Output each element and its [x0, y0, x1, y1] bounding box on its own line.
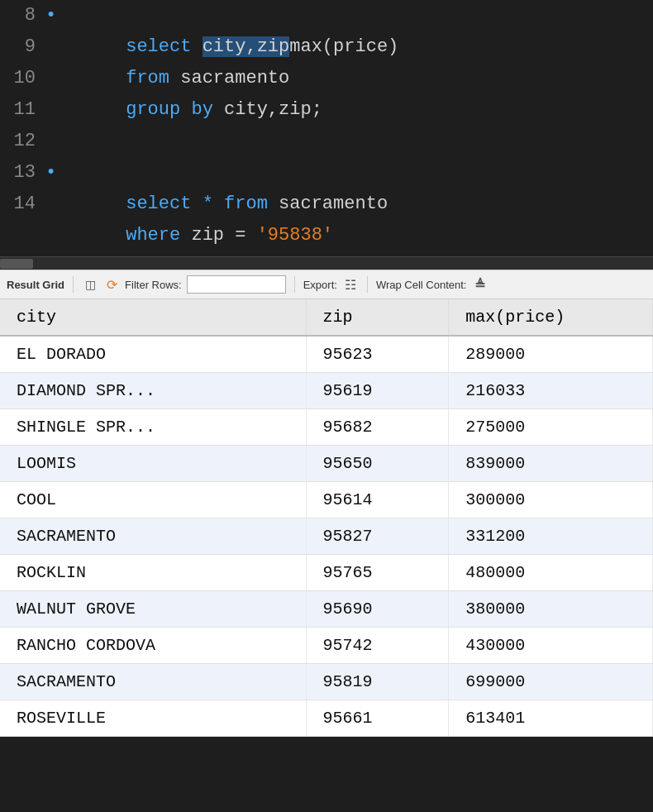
- code-line-11: 11: [0, 94, 653, 126]
- cell-6-0: ROCKLIN: [0, 555, 306, 591]
- grid-icon[interactable]: ◫: [82, 276, 98, 293]
- cell-9-1: 95819: [306, 664, 449, 700]
- export-icon[interactable]: ☷: [342, 276, 359, 293]
- cell-1-1: 95619: [306, 373, 449, 409]
- line-content-11: [60, 94, 653, 126]
- table-row: SACRAMENTO95819699000: [0, 664, 653, 700]
- line-dot-9: [45, 31, 60, 63]
- line-dot-12: [45, 126, 60, 157]
- header-maxprice: max(price): [449, 299, 653, 336]
- code-line-9: 9 from sacramento: [0, 31, 653, 63]
- cell-9-2: 699000: [449, 664, 653, 700]
- line-content-14: where zip = '95838': [60, 189, 653, 256]
- result-toolbar: Result Grid ◫ ⟳ Filter Rows: Export: ☷ W…: [0, 270, 653, 299]
- line-dot-10: [45, 63, 60, 94]
- scrollbar-thumb[interactable]: [0, 259, 33, 269]
- result-table: city zip max(price) EL DORADO95623289000…: [0, 299, 653, 737]
- cell-2-2: 275000: [449, 409, 653, 446]
- line-number-14: 14: [0, 189, 45, 220]
- cell-10-2: 613401: [449, 700, 653, 737]
- line-number-11: 11: [0, 94, 45, 126]
- line-number-12: 12: [0, 126, 45, 157]
- cell-7-0: WALNUT GROVE: [0, 591, 306, 628]
- cell-5-0: SACRAMENTO: [0, 518, 306, 555]
- cell-4-1: 95614: [306, 482, 449, 518]
- cell-3-0: LOOMIS: [0, 446, 306, 482]
- line-dot-8: •: [45, 0, 60, 31]
- line-dot-11: [45, 94, 60, 126]
- cell-4-0: COOL: [0, 482, 306, 518]
- keyword-where: where: [126, 225, 180, 246]
- line-number-10: 10: [0, 63, 45, 94]
- result-grid-container: city zip max(price) EL DORADO95623289000…: [0, 299, 653, 737]
- toolbar-divider-2: [294, 276, 295, 293]
- cell-0-1: 95623: [306, 336, 449, 373]
- cell-1-0: DIAMOND SPR...: [0, 373, 306, 409]
- cell-8-2: 430000: [449, 628, 653, 664]
- table-row: COOL95614300000: [0, 482, 653, 518]
- table-row: EL DORADO95623289000: [0, 336, 653, 373]
- cell-1-2: 216033: [449, 373, 653, 409]
- code-line-10: 10 group by city,zip;: [0, 63, 653, 94]
- header-city: city: [0, 299, 306, 336]
- refresh-icon[interactable]: ⟳: [103, 276, 120, 293]
- cell-5-2: 331200: [449, 518, 653, 555]
- cell-0-0: EL DORADO: [0, 336, 306, 373]
- cell-7-2: 380000: [449, 591, 653, 628]
- line-dot-13: •: [45, 157, 60, 189]
- code-line-14: 14 where zip = '95838': [0, 189, 653, 220]
- table-row: DIAMOND SPR...95619216033: [0, 373, 653, 409]
- cell-9-0: SACRAMENTO: [0, 664, 306, 700]
- code-line-8: 8 • select city,zipmax(price): [0, 0, 653, 31]
- line-number-13: 13: [0, 157, 45, 189]
- table-row: SHINGLE SPR...95682275000: [0, 409, 653, 446]
- table-row: ROCKLIN95765480000: [0, 555, 653, 591]
- horizontal-scrollbar[interactable]: [0, 256, 653, 270]
- cell-2-0: SHINGLE SPR...: [0, 409, 306, 446]
- cell-8-0: RANCHO CORDOVA: [0, 628, 306, 664]
- cell-6-1: 95765: [306, 555, 449, 591]
- wrap-label: Wrap Cell Content:: [376, 279, 467, 291]
- cell-5-1: 95827: [306, 518, 449, 555]
- code-text: zip =: [180, 225, 256, 246]
- cell-2-1: 95682: [306, 409, 449, 446]
- table-row: LOOMIS95650839000: [0, 446, 653, 482]
- cell-10-0: ROSEVILLE: [0, 700, 306, 737]
- cell-6-2: 480000: [449, 555, 653, 591]
- code-line-12: 12: [0, 126, 653, 157]
- table-row: SACRAMENTO95827331200: [0, 518, 653, 555]
- cell-3-1: 95650: [306, 446, 449, 482]
- table-row: RANCHO CORDOVA95742430000: [0, 628, 653, 664]
- export-label: Export:: [303, 279, 337, 291]
- cell-10-1: 95661: [306, 700, 449, 737]
- line-dot-14: [45, 189, 60, 220]
- cell-4-2: 300000: [449, 482, 653, 518]
- cell-0-2: 289000: [449, 336, 653, 373]
- code-line-13: 13 • select * from sacramento: [0, 157, 653, 189]
- code-editor[interactable]: 8 • select city,zipmax(price) 9 from sac…: [0, 0, 653, 256]
- toolbar-divider-1: [73, 276, 74, 293]
- line-number-9: 9: [0, 31, 45, 63]
- wrap-icon[interactable]: ≜: [471, 276, 488, 293]
- table-row: WALNUT GROVE95690380000: [0, 591, 653, 628]
- string-value: '95838': [257, 225, 333, 246]
- filter-label: Filter Rows:: [125, 279, 182, 291]
- filter-input[interactable]: [187, 275, 286, 294]
- line-content-12: [60, 126, 653, 157]
- cell-8-1: 95742: [306, 628, 449, 664]
- cell-7-1: 95690: [306, 591, 449, 628]
- table-header-row: city zip max(price): [0, 299, 653, 336]
- header-zip: zip: [306, 299, 449, 336]
- table-row: ROSEVILLE95661613401: [0, 700, 653, 737]
- toolbar-divider-3: [367, 276, 368, 293]
- result-grid-label: Result Grid: [7, 279, 64, 291]
- line-number-8: 8: [0, 0, 45, 31]
- cell-3-2: 839000: [449, 446, 653, 482]
